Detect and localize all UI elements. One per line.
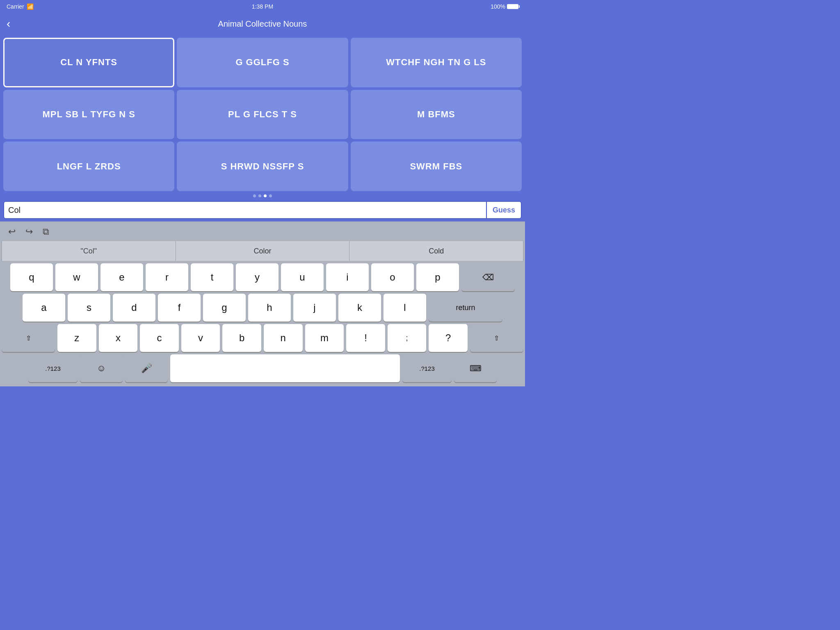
battery-icon (507, 4, 518, 9)
shift-right-button[interactable]: ⇧ (470, 324, 523, 352)
scroll-indicator (0, 194, 525, 199)
key-e[interactable]: e (100, 263, 143, 291)
shift-left-button[interactable]: ⇧ (2, 324, 55, 352)
keyboard-row-4: .?123 ☺ 🎤 .?123 ⌨ (2, 354, 523, 382)
key-question[interactable]: ? (429, 324, 468, 352)
key-p[interactable]: p (416, 263, 459, 291)
page-title: Animal Collective Nouns (218, 19, 307, 29)
status-left: Carrier 📶 (7, 3, 34, 10)
key-y[interactable]: y (236, 263, 278, 291)
key-j[interactable]: j (293, 294, 336, 322)
word-grid: CL N YFNTS G GGLFG S WTCHF NGH TN G LS M… (0, 34, 525, 194)
keyboard-row-2: a s d f g h j k l return (2, 294, 523, 322)
scroll-dot-1 (253, 194, 256, 197)
paste-button[interactable]: ⧉ (39, 225, 52, 239)
delete-button[interactable]: ⌫ (461, 263, 515, 291)
grid-cell-9[interactable]: SWRM FBS (351, 142, 522, 191)
key-n[interactable]: n (264, 324, 303, 352)
wifi-icon: 📶 (27, 3, 34, 10)
key-t[interactable]: t (191, 263, 233, 291)
scroll-dot-3 (264, 194, 267, 197)
keyboard-row-3: ⇧ z x c v b n m ! ; ? ⇧ (2, 324, 523, 352)
autocomplete-item-2[interactable]: Color (176, 241, 350, 261)
return-button[interactable]: return (429, 294, 502, 322)
numbers-right-button[interactable]: .?123 (402, 354, 452, 382)
key-u[interactable]: u (281, 263, 324, 291)
key-c[interactable]: c (140, 324, 179, 352)
key-m[interactable]: m (305, 324, 344, 352)
autocomplete-item-1[interactable]: "Col" (2, 241, 176, 261)
battery-fill (507, 5, 518, 9)
guess-button[interactable]: Guess (487, 201, 522, 219)
emoji-button[interactable]: ☺ (80, 354, 123, 382)
key-exclamation[interactable]: ! (346, 324, 385, 352)
key-h[interactable]: h (248, 294, 291, 322)
keyboard-toolbar: ↩ ↪ ⧉ (2, 225, 523, 239)
input-row: Guess (0, 199, 525, 221)
key-b[interactable]: b (222, 324, 261, 352)
key-semicolon[interactable]: ; (388, 324, 427, 352)
back-button[interactable]: ‹ (7, 17, 10, 30)
key-d[interactable]: d (113, 294, 155, 322)
numbers-button[interactable]: .?123 (28, 354, 78, 382)
mic-button[interactable]: 🎤 (125, 354, 168, 382)
grid-cell-6[interactable]: M BFMS (351, 90, 522, 139)
key-i[interactable]: i (326, 263, 369, 291)
key-f[interactable]: f (158, 294, 201, 322)
key-x[interactable]: x (99, 324, 138, 352)
answer-input[interactable] (3, 201, 487, 219)
key-k[interactable]: k (338, 294, 381, 322)
grid-cell-3[interactable]: WTCHF NGH TN G LS (351, 38, 522, 87)
key-r[interactable]: r (146, 263, 188, 291)
redo-button[interactable]: ↪ (22, 225, 36, 239)
key-l[interactable]: l (383, 294, 426, 322)
key-o[interactable]: o (371, 263, 414, 291)
grid-cell-4[interactable]: MPL SB L TYFG N S (3, 90, 174, 139)
carrier-label: Carrier (7, 3, 24, 10)
key-g[interactable]: g (203, 294, 246, 322)
key-s[interactable]: s (68, 294, 110, 322)
key-q[interactable]: q (10, 263, 53, 291)
nav-bar: ‹ Animal Collective Nouns (0, 13, 525, 34)
keyboard-button[interactable]: ⌨ (454, 354, 497, 382)
autocomplete-bar: "Col" Color Cold (2, 241, 523, 261)
grid-cell-8[interactable]: S HRWD NSSFP S (177, 142, 348, 191)
autocomplete-item-3[interactable]: Cold (349, 241, 523, 261)
key-a[interactable]: a (23, 294, 65, 322)
status-bar: Carrier 📶 1:38 PM 100% (0, 0, 525, 13)
key-z[interactable]: z (57, 324, 96, 352)
key-v[interactable]: v (181, 324, 220, 352)
grid-cell-7[interactable]: LNGF L ZRDS (3, 142, 174, 191)
grid-cell-1[interactable]: CL N YFNTS (3, 38, 174, 87)
space-button[interactable] (170, 354, 400, 382)
grid-cell-5[interactable]: PL G FLCS T S (177, 90, 348, 139)
keyboard-row-1: q w e r t y u i o p ⌫ (2, 263, 523, 291)
status-time: 1:38 PM (252, 3, 273, 10)
scroll-dot-4 (269, 194, 272, 197)
undo-button[interactable]: ↩ (5, 225, 19, 239)
key-w[interactable]: w (55, 263, 98, 291)
status-right: 100% (491, 3, 518, 10)
keyboard-area: ↩ ↪ ⧉ "Col" Color Cold q w e r t y u i o… (0, 221, 525, 386)
scroll-dot-2 (258, 194, 261, 197)
battery-percent: 100% (491, 3, 505, 10)
grid-cell-2[interactable]: G GGLFG S (177, 38, 348, 87)
